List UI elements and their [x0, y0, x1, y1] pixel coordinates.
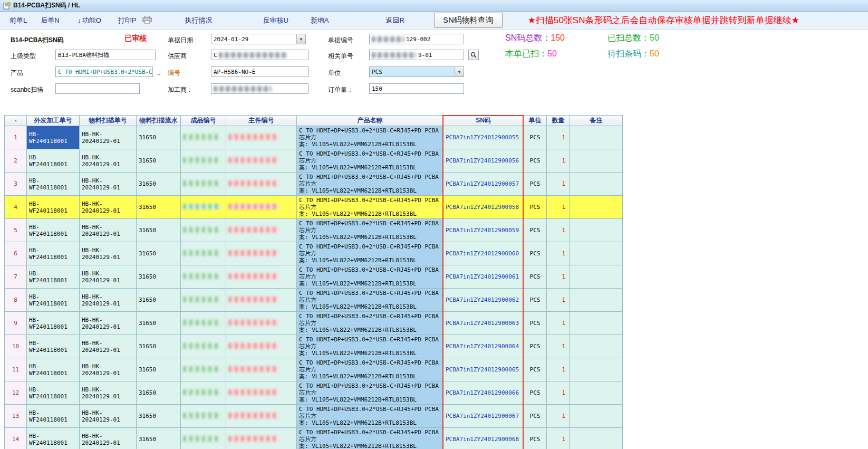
cell-scan-serial[interactable]: 31650: [137, 265, 181, 289]
row-number[interactable]: 8: [5, 289, 27, 312]
cell-unit[interactable]: PCS: [524, 196, 547, 219]
cell-finished-code[interactable]: [181, 428, 226, 449]
cell-scan-order[interactable]: HB-HK-20240129-01: [80, 265, 137, 289]
cell-product-name[interactable]: C TO HDMI+DP+USB3.0+2*USB-C+RJ45+PD PCBA…: [297, 265, 443, 289]
cell-qty[interactable]: 1: [547, 312, 570, 335]
toolbar-next-doc[interactable]: 后单N: [41, 16, 59, 25]
cell-qty[interactable]: 1: [547, 242, 570, 265]
supplier-field[interactable]: C: [211, 50, 308, 60]
cell-scan-order[interactable]: HB-HK-20240129-01: [80, 196, 137, 219]
cell-product-name[interactable]: C TO HDMI+DP+USB3.0+2*USB-C+RJ45+PD PCBA…: [297, 242, 443, 265]
cell-wf-order[interactable]: HB-WF240118001: [27, 289, 80, 312]
cell-product-name[interactable]: C TO HDMI+DP+USB3.0+2*USB-C+RJ45+PD PCBA…: [297, 335, 443, 358]
cell-scan-serial[interactable]: 31650: [137, 173, 181, 196]
cell-main-code[interactable]: [226, 265, 297, 289]
cell-sn-code[interactable]: PCBA7in1ZY24012900056: [443, 149, 524, 173]
col-header-scan-serial[interactable]: 物料扫描流水: [137, 116, 181, 126]
cell-main-code[interactable]: [226, 173, 297, 196]
cell-product-name[interactable]: C TO HDMI+DP+USB3.0+2*USB-C+RJ45+PD PCBA…: [297, 149, 443, 173]
cell-wf-order[interactable]: HB-WF240118001: [27, 312, 80, 335]
cell-wf-order[interactable]: HB-WF240118001: [27, 242, 80, 265]
cell-main-code[interactable]: [226, 219, 297, 242]
table-row[interactable]: 11 HB-WF240118001 HB-HK-20240129-01 3165…: [5, 358, 623, 381]
cell-finished-code[interactable]: [181, 126, 226, 149]
cell-finished-code[interactable]: [181, 219, 226, 242]
cell-wf-order[interactable]: HB-WF240118001: [27, 381, 80, 405]
cell-remark[interactable]: [570, 265, 623, 289]
cell-scan-order[interactable]: HB-HK-20240129-01: [80, 173, 137, 196]
cell-finished-code[interactable]: [181, 242, 226, 265]
col-header-product-name[interactable]: 产品名称: [297, 116, 443, 126]
cell-wf-order[interactable]: HB-WF240118001: [27, 173, 80, 196]
chevron-down-icon[interactable]: ▼: [455, 67, 464, 77]
row-number[interactable]: 12: [5, 381, 27, 405]
cell-qty[interactable]: 1: [547, 149, 570, 173]
cell-main-code[interactable]: [226, 381, 297, 405]
cell-sn-code[interactable]: PCBA7in1ZY24012900057: [443, 173, 524, 196]
row-number[interactable]: 6: [5, 242, 27, 265]
cell-finished-code[interactable]: [181, 381, 226, 405]
cell-qty[interactable]: 1: [547, 335, 570, 358]
table-row[interactable]: 12 HB-WF240118001 HB-HK-20240129-01 3165…: [5, 381, 623, 405]
col-header-main-code[interactable]: 主件编号: [226, 116, 297, 126]
toolbar-unaudit[interactable]: 反审核U: [263, 16, 288, 25]
cell-remark[interactable]: [570, 219, 623, 242]
cell-remark[interactable]: [570, 242, 623, 265]
cell-scan-order[interactable]: HB-HK-20240129-01: [80, 289, 137, 312]
order-qty-field[interactable]: 150: [369, 83, 464, 94]
cell-product-name[interactable]: C TO HDMI+DP+USB3.0+2*USB-C+RJ45+PD PCBA…: [297, 289, 443, 312]
cell-scan-serial[interactable]: 31650: [137, 289, 181, 312]
table-row[interactable]: 1 HB-WF240118001 HB-HK-20240129-01 31650…: [5, 126, 623, 149]
cell-sn-code[interactable]: PCBA7in1ZY24012900063: [443, 312, 524, 335]
scanbc-input[interactable]: [55, 83, 140, 94]
cell-unit[interactable]: PCS: [524, 405, 547, 428]
cell-wf-order[interactable]: HB-WF240118001: [27, 335, 80, 358]
cell-main-code[interactable]: [226, 358, 297, 381]
cell-scan-serial[interactable]: 31650: [137, 381, 181, 405]
row-number[interactable]: 7: [5, 265, 27, 289]
cell-scan-order[interactable]: HB-HK-20240129-01: [80, 405, 137, 428]
cell-product-name[interactable]: C TO HDMI+DP+USB3.0+2*USB-C+RJ45+PD PCBA…: [297, 196, 443, 219]
cell-unit[interactable]: PCS: [524, 149, 547, 173]
cell-remark[interactable]: [570, 428, 623, 449]
toolbar-add-new[interactable]: 新增A: [311, 16, 329, 25]
toolbar-return[interactable]: 返回R: [385, 16, 404, 25]
cell-remark[interactable]: [570, 405, 623, 428]
cell-product-name[interactable]: C TO HDMI+DP+USB3.0+2*USB-C+RJ45+PD PCBA…: [297, 428, 443, 449]
row-number[interactable]: 11: [5, 358, 27, 381]
cell-remark[interactable]: [570, 173, 623, 196]
cell-finished-code[interactable]: [181, 149, 226, 173]
cell-wf-order[interactable]: HB-WF240118001: [27, 126, 80, 149]
cell-unit[interactable]: PCS: [524, 219, 547, 242]
cell-remark[interactable]: [570, 196, 623, 219]
cell-qty[interactable]: 1: [547, 358, 570, 381]
col-header-scan-order[interactable]: 物料扫描单号: [80, 116, 137, 126]
cell-scan-serial[interactable]: 31650: [137, 335, 181, 358]
col-header-unit[interactable]: 单位: [524, 116, 547, 126]
cell-scan-serial[interactable]: 31650: [137, 312, 181, 335]
toolbar-functions-menu[interactable]: 功能O: [82, 16, 101, 25]
cell-sn-code[interactable]: PCBA7in1ZY24012900068: [443, 428, 524, 449]
table-row[interactable]: 10 HB-WF240118001 HB-HK-20240129-01 3165…: [5, 335, 623, 358]
parent-type-field[interactable]: B13-PCBA物料扫描: [55, 50, 156, 60]
cell-qty[interactable]: 1: [547, 173, 570, 196]
cell-unit[interactable]: PCS: [524, 312, 547, 335]
cell-sn-code[interactable]: PCBA7in1ZY24012900062: [443, 289, 524, 312]
cell-product-name[interactable]: C TO HDMI+DP+USB3.0+2*USB-C+RJ45+PD PCBA…: [297, 219, 443, 242]
cell-sn-code[interactable]: PCBA7in1ZY24012900061: [443, 265, 524, 289]
cell-scan-serial[interactable]: 31650: [137, 196, 181, 219]
cell-unit[interactable]: PCS: [524, 335, 547, 358]
cell-scan-serial[interactable]: 31650: [137, 149, 181, 173]
toolbar-print[interactable]: 打印P: [118, 16, 137, 25]
toolbar-exec-status[interactable]: 执行情况: [185, 16, 212, 25]
product-combo[interactable]: C TO HDMI+DP+USB3.0+2*USB-C+ ▼: [55, 66, 153, 77]
cell-wf-order[interactable]: HB-WF240118001: [27, 358, 80, 381]
cell-product-name[interactable]: C TO HDMI+DP+USB3.0+2*USB-C+RJ45+PD PCBA…: [297, 405, 443, 428]
cell-finished-code[interactable]: [181, 289, 226, 312]
row-number[interactable]: 2: [5, 149, 27, 173]
cell-scan-serial[interactable]: 31650: [137, 219, 181, 242]
cell-qty[interactable]: 1: [547, 405, 570, 428]
col-header-wf-order[interactable]: 外发加工单号: [27, 116, 80, 126]
cell-unit[interactable]: PCS: [524, 265, 547, 289]
toolbar-prev-doc[interactable]: 前单L: [9, 16, 27, 25]
